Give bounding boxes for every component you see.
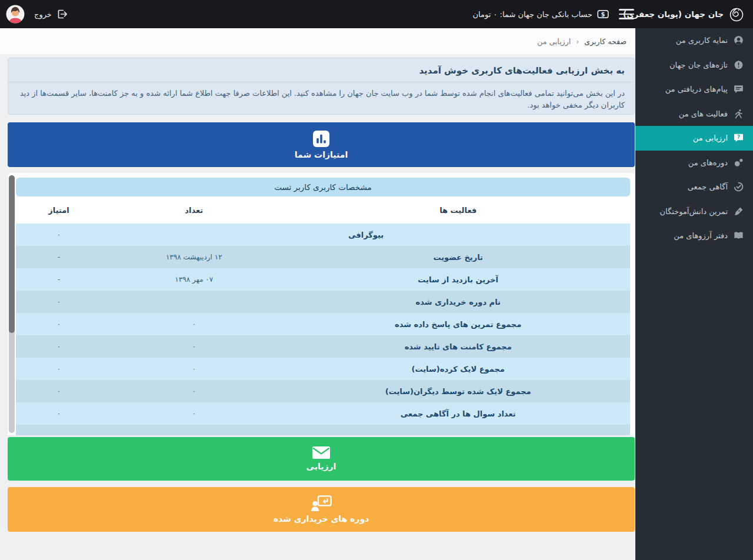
sidebar-item-label: آگاهی جمعی [688,182,728,191]
cell-score: ۰ [16,313,102,335]
column-header-score: امتیاز [16,196,102,224]
sidebar-item-profile[interactable]: نمایه کاربری من [635,28,753,53]
table-row: تاریخ عضویت ۱۲ اردیبهشت ۱۳۹۸ - [16,246,630,268]
welcome-title: به بخش ارزیابی فعالیت‌های کاربری خوش آمد… [8,58,634,82]
sidebar-item-label: پیام‌های دریافتی من [665,85,728,94]
purchased-courses-label: دوره های خریداری شده [274,514,369,524]
table-header-row: فعالیت ها تعداد امتیاز [16,196,630,224]
dots-icon [734,158,744,168]
cell-score: ۰ [16,402,102,425]
cell-activity: نام دوره خریداری شده [286,291,630,313]
cell-activity: مجموع کامنت های تایید شده [286,335,630,358]
cell-count: ۱۲ اردیبهشت ۱۳۹۸ [102,246,286,268]
sign-out-icon [56,9,67,19]
cell-activity: تاریخ عضویت [286,246,630,268]
cell-count: ۰ [102,313,286,335]
sidebar-item-awareness[interactable]: آگاهی جمعی [635,175,753,199]
cell-activity: مجموع لایک کرده(سایت) [286,358,630,380]
cell-count: ۰ [102,358,286,380]
cell-activity: بیوگرافی [102,224,630,246]
user-avatar[interactable] [6,5,25,24]
site-logo-icon [728,5,745,23]
sidebar-item-label: تمرین دانش‌آموختگان [660,207,728,216]
avatar-image [6,5,25,24]
cell-score: ۰ [16,224,102,246]
table-row-clipped [16,425,630,435]
purchased-courses-banner[interactable]: دوره های خریداری شده [8,487,635,532]
cell-activity: آخرین بازدید از سایت [286,268,630,291]
sidebar-item-label: دوره‌های من [688,158,728,167]
brand-title: جان جهان (پویان جعفری) [623,9,724,19]
sidebar-item-news[interactable]: تازه‌های جان جهان [635,53,753,78]
chevron-left-icon: ‹ [576,37,579,46]
cell-score: ۰ [16,335,102,358]
envelope-icon [312,446,330,459]
bank-balance: $ حساب بانکی جان جهان شما: ۰ تومان [473,0,609,28]
sidebar-item-wishes[interactable]: دفتر آرزوهای من [635,224,753,248]
column-header-count: تعداد [102,196,286,224]
breadcrumb-parent-link[interactable]: صفحه کاربری [584,37,627,46]
sidebar-item-label: ارزیابی من [693,134,728,142]
check-circle-icon [734,182,744,192]
cell-activity: تعداد سوال ها در آگاهی جمعی [286,402,630,425]
pen-icon [734,206,744,216]
user-stats-table: مشخصات کاربری کاربر تست فعالیت ها تعداد … [16,178,630,435]
logout-button[interactable]: خروج [34,0,67,28]
table-row: مجموع لایک شده توسط دیگران(سایت) ۰ ۰ [16,380,630,402]
logout-label: خروج [34,10,52,19]
cell-score: - [16,246,102,268]
question-bubble-icon: ? [734,133,744,143]
table-title: مشخصات کاربری کاربر تست [16,178,630,196]
table-row: نام دوره خریداری شده ۰ [16,291,630,313]
table-row: بیوگرافی ۰ [16,224,630,246]
welcome-card: به بخش ارزیابی فعالیت‌های کاربری خوش آمد… [8,58,635,115]
column-header-activity: فعالیت ها [286,196,630,224]
brand[interactable]: جان جهان (پویان جعفری) [623,0,745,28]
cell-count [102,291,286,313]
svg-text:$: $ [601,11,605,18]
breadcrumb: صفحه کاربری ‹ ارزیابی من [537,28,627,54]
main-content: صفحه کاربری ‹ ارزیابی من به بخش ارزیابی … [0,28,635,560]
cell-count: ۰ [102,402,286,425]
welcome-description: در این بخش می‌توانید تمامی فعالیت‌های ان… [8,82,634,115]
bank-balance-label: حساب بانکی جان جهان شما: ۰ تومان [473,10,592,19]
sidebar-item-label: نمایه کاربری من [676,36,728,45]
cell-count: ۰ [102,335,286,358]
table-row: آخرین بازدید از سایت ۰۷ مهر ۱۳۹۸ - [16,268,630,291]
cell-activity: مجموع تمرین های پاسخ داده شده [286,313,630,335]
sidebar-item-evaluation[interactable]: ? ارزیابی من [635,126,753,151]
table-row: مجموع لایک کرده(سایت) ۰ ۰ [16,358,630,380]
table-row: مجموع تمرین های پاسخ داده شده ۰ ۰ [16,313,630,335]
message-icon [734,84,744,94]
sidebar-item-label: دفتر آرزوهای من [674,231,728,240]
sidebar-item-messages[interactable]: پیام‌های دریافتی من [635,77,753,102]
sidebar-item-alumni-practice[interactable]: تمرین دانش‌آموختگان [635,199,753,224]
badge-icon [734,60,744,70]
person-chalkboard-icon [311,495,332,511]
breadcrumb-bar: صفحه کاربری ‹ ارزیابی من [0,28,635,54]
cell-score: - [16,268,102,291]
breadcrumb-current: ارزیابی من [537,37,571,46]
table-row: مجموع کامنت های تایید شده ۰ ۰ [16,335,630,358]
cell-score: ۰ [16,291,102,313]
scrollbar-track [9,175,15,433]
cell-score: ۰ [16,380,102,402]
book-icon [734,231,744,241]
sidebar-item-label: فعالیت های من [679,109,728,118]
bar-chart-icon [313,131,329,147]
your-scores-banner[interactable]: امتیازات شما [8,122,635,167]
cell-score: ۰ [16,358,102,380]
money-icon: $ [597,9,609,19]
table-row: تعداد سوال ها در آگاهی جمعی ۰ ۰ [16,402,630,425]
sidebar-item-courses[interactable]: دوره‌های من [635,151,753,175]
your-scores-label: امتیازات شما [295,150,348,159]
user-stats-card: مشخصات کاربری کاربر تست فعالیت ها تعداد … [8,173,635,435]
sidebar-item-activities[interactable]: فعالیت های من [635,102,753,126]
cell-count: ۰ [102,380,286,402]
runner-icon [734,109,744,119]
sidebar-item-label: تازه‌های جان جهان [669,61,728,69]
cell-activity: مجموع لایک شده توسط دیگران(سایت) [286,380,630,402]
scrollbar-thumb[interactable] [9,175,15,333]
evaluation-banner[interactable]: ارزیابی [8,437,635,481]
top-navbar: خروج $ حساب بانکی جان جهان شما: ۰ تومان … [0,0,753,28]
